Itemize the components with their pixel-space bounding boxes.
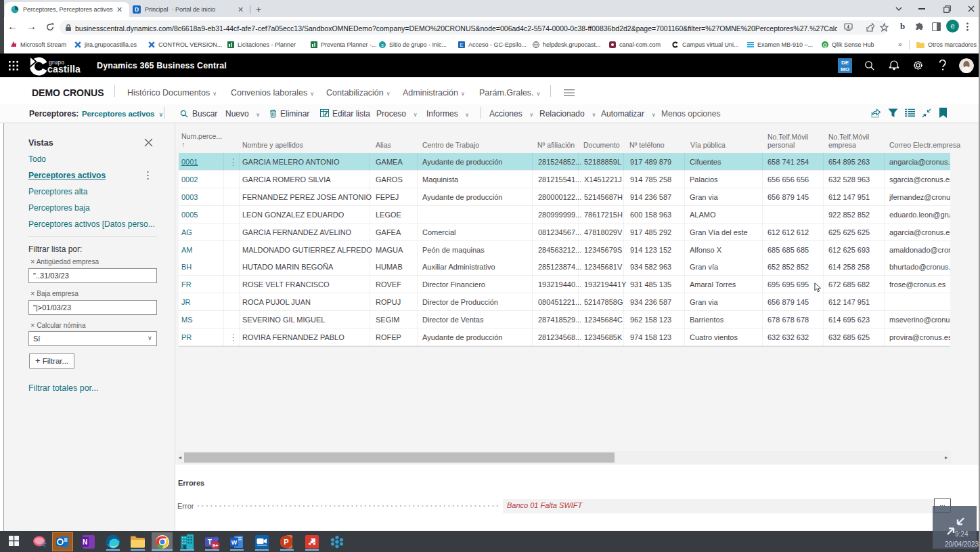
svg-text:s: s bbox=[381, 43, 384, 47]
svg-text:E: E bbox=[460, 42, 463, 48]
svg-text:9+: 9+ bbox=[213, 543, 219, 549]
svg-text:P: P bbox=[284, 538, 288, 546]
svg-text:Q: Q bbox=[823, 42, 827, 48]
svg-text:W: W bbox=[231, 539, 238, 546]
svg-text:D: D bbox=[135, 6, 139, 13]
svg-text:N: N bbox=[83, 538, 87, 546]
